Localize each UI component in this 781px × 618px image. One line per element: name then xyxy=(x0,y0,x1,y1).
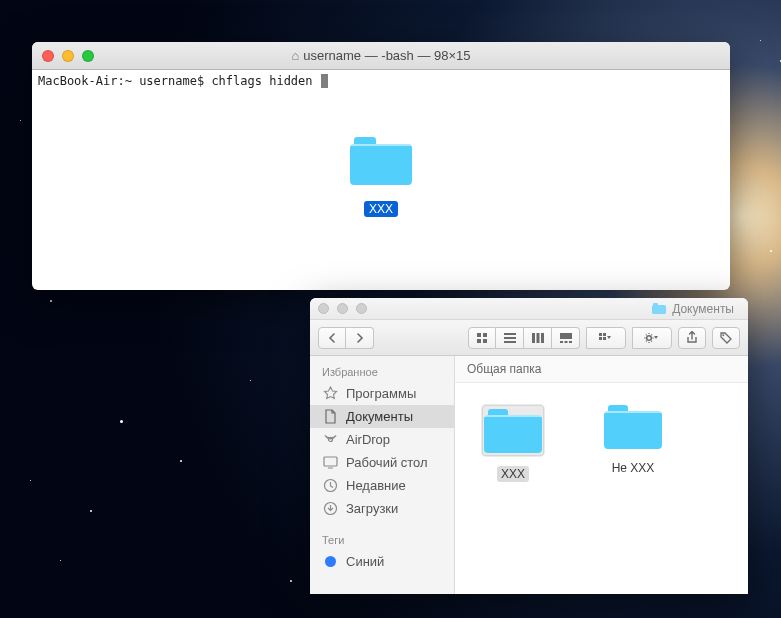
folder-icon xyxy=(482,405,544,456)
finder-content: Общая папка XXX Не XXX xyxy=(455,356,748,594)
chevron-left-icon xyxy=(328,333,336,343)
document-icon xyxy=(322,409,338,424)
terminal-titlebar[interactable]: ⌂username — -bash — 98×15 xyxy=(32,42,730,70)
finder-window: Документы xyxy=(310,298,748,594)
svg-rect-9 xyxy=(541,333,544,343)
window-controls xyxy=(42,50,94,62)
sidebar-item-label: Программы xyxy=(346,386,416,401)
svg-rect-3 xyxy=(483,339,487,343)
sidebar-item-apps[interactable]: Программы xyxy=(310,382,454,405)
minimize-button[interactable] xyxy=(62,50,74,62)
tag-icon xyxy=(720,332,732,344)
sidebar-favorites-header: Избранное xyxy=(310,364,454,382)
list-icon xyxy=(504,333,516,343)
sidebar-item-label: AirDrop xyxy=(346,432,390,447)
svg-rect-2 xyxy=(477,339,481,343)
folder-item-selected[interactable]: XXX xyxy=(473,405,553,482)
folder-label: XXX xyxy=(497,466,529,482)
svg-rect-17 xyxy=(603,337,606,340)
svg-rect-13 xyxy=(569,341,572,343)
svg-rect-6 xyxy=(504,341,516,343)
dragged-folder[interactable]: XXX xyxy=(350,137,412,217)
arrange-button[interactable] xyxy=(586,327,626,349)
grid-icon xyxy=(476,332,488,344)
action-button[interactable] xyxy=(632,327,672,349)
terminal-body[interactable]: MacBook-Air:~ username$ chflags hidden xyxy=(32,70,730,92)
sidebar-item-airdrop[interactable]: AirDrop xyxy=(310,428,454,451)
terminal-title-text: username — -bash — 98×15 xyxy=(303,48,470,63)
forward-button[interactable] xyxy=(346,327,374,349)
finder-title-text: Документы xyxy=(672,302,734,316)
terminal-cursor xyxy=(321,74,328,88)
arrange-icon xyxy=(599,333,613,343)
columns-icon xyxy=(532,333,544,343)
sidebar-item-recent[interactable]: Недавние xyxy=(310,474,454,497)
chevron-right-icon xyxy=(356,333,364,343)
folder-label: Не XXX xyxy=(608,460,659,476)
svg-rect-15 xyxy=(603,333,606,336)
nav-buttons xyxy=(318,327,374,349)
svg-rect-12 xyxy=(564,341,567,343)
folder-icon xyxy=(350,137,412,185)
home-icon: ⌂ xyxy=(291,48,299,63)
back-button[interactable] xyxy=(318,327,346,349)
zoom-button[interactable] xyxy=(356,303,367,314)
sidebar-tag-blue[interactable]: Синий xyxy=(310,550,454,573)
sidebar-item-label: Документы xyxy=(346,409,413,424)
sidebar-tags-header: Теги xyxy=(310,532,454,550)
finder-sidebar: Избранное Программы Документы AirDrop Ра… xyxy=(310,356,455,594)
terminal-title: ⌂username — -bash — 98×15 xyxy=(32,48,730,63)
window-controls xyxy=(318,303,367,314)
sidebar-tag-label: Синий xyxy=(346,554,384,569)
finder-body: Избранное Программы Документы AirDrop Ра… xyxy=(310,356,748,594)
svg-point-19 xyxy=(722,334,724,336)
finder-toolbar xyxy=(310,320,748,356)
close-button[interactable] xyxy=(318,303,329,314)
sidebar-item-label: Недавние xyxy=(346,478,406,493)
svg-rect-0 xyxy=(477,333,481,337)
svg-rect-4 xyxy=(504,333,516,335)
svg-rect-5 xyxy=(504,337,516,339)
sidebar-item-desktop[interactable]: Рабочий стол xyxy=(310,451,454,474)
minimize-button[interactable] xyxy=(337,303,348,314)
path-header: Общая папка xyxy=(455,356,748,383)
folder-item[interactable]: Не XXX xyxy=(593,405,673,476)
share-icon xyxy=(686,331,698,344)
terminal-command: chflags hidden xyxy=(211,74,319,88)
apps-icon xyxy=(322,386,338,401)
svg-rect-21 xyxy=(324,457,337,466)
svg-rect-8 xyxy=(536,333,539,343)
arrange-group xyxy=(586,327,626,349)
svg-rect-14 xyxy=(599,333,602,336)
zoom-button[interactable] xyxy=(82,50,94,62)
svg-rect-11 xyxy=(560,341,563,343)
gear-icon xyxy=(644,332,660,344)
tags-button[interactable] xyxy=(712,327,740,349)
svg-rect-10 xyxy=(560,333,572,339)
sidebar-item-downloads[interactable]: Загрузки xyxy=(310,497,454,520)
view-columns-button[interactable] xyxy=(524,327,552,349)
close-button[interactable] xyxy=(42,50,54,62)
action-group xyxy=(632,327,672,349)
icon-grid[interactable]: XXX Не XXX xyxy=(455,383,748,594)
svg-rect-1 xyxy=(483,333,487,337)
gallery-icon xyxy=(560,333,572,343)
view-gallery-button[interactable] xyxy=(552,327,580,349)
finder-titlebar[interactable]: Документы xyxy=(310,298,748,320)
folder-icon xyxy=(604,405,662,450)
view-list-button[interactable] xyxy=(496,327,524,349)
finder-title: Документы xyxy=(652,302,734,316)
folder-icon xyxy=(652,303,666,314)
view-icons-button[interactable] xyxy=(468,327,496,349)
sidebar-item-documents[interactable]: Документы xyxy=(310,405,454,428)
terminal-window: ⌂username — -bash — 98×15 MacBook-Air:~ … xyxy=(32,42,730,290)
tag-color-icon xyxy=(322,556,338,567)
svg-point-18 xyxy=(647,335,652,340)
download-icon xyxy=(322,501,338,516)
sidebar-item-label: Рабочий стол xyxy=(346,455,428,470)
dragged-folder-label: XXX xyxy=(364,201,398,217)
desktop-icon xyxy=(322,456,338,469)
share-button[interactable] xyxy=(678,327,706,349)
sidebar-item-label: Загрузки xyxy=(346,501,398,516)
view-mode-buttons xyxy=(468,327,580,349)
